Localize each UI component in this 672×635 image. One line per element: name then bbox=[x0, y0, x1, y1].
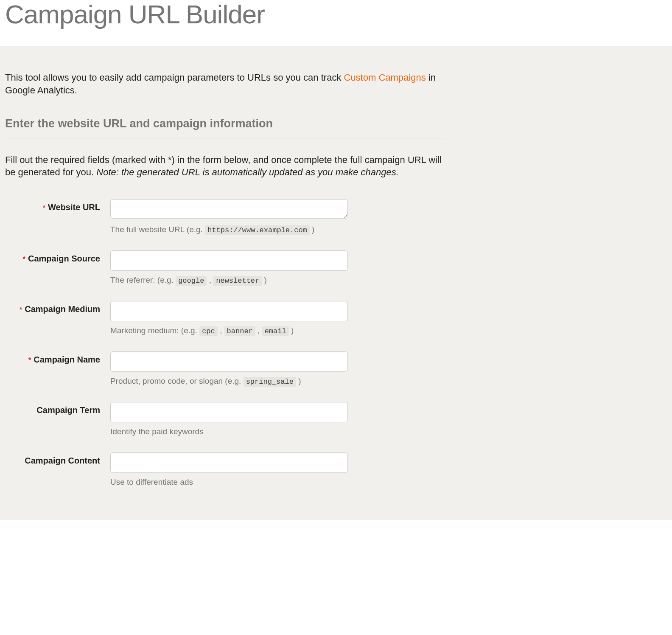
campaign-source-label: Campaign Source bbox=[28, 254, 100, 263]
form-row-campaign-content: Campaign Content Use to differentiate ad… bbox=[5, 452, 446, 488]
campaign-medium-help: Marketing medium: (e.g. cpc , banner , e… bbox=[110, 326, 348, 336]
campaign-name-help: Product, promo code, or slogan (e.g. spr… bbox=[110, 376, 348, 387]
form-row-campaign-term: Campaign Term Identify the paid keywords bbox=[5, 402, 446, 437]
help-text-after: ) bbox=[262, 275, 267, 284]
campaign-content-label: Campaign Content bbox=[25, 456, 100, 465]
required-asterisk: * bbox=[28, 357, 31, 364]
help-code: google bbox=[176, 276, 207, 286]
help-text-after: ) bbox=[296, 377, 301, 385]
campaign-medium-input[interactable] bbox=[110, 301, 348, 321]
website-url-label: Website URL bbox=[48, 202, 100, 212]
help-sep: , bbox=[255, 326, 262, 335]
help-code: spring_sale bbox=[244, 377, 296, 387]
form-row-campaign-medium: *Campaign Medium Marketing medium: (e.g.… bbox=[5, 301, 446, 336]
help-code: email bbox=[262, 326, 289, 336]
instructions-text: Fill out the required fields (marked wit… bbox=[5, 154, 446, 179]
required-asterisk: * bbox=[23, 256, 25, 263]
website-url-help: The full website URL (e.g. https://www.e… bbox=[110, 225, 348, 235]
help-code: newsletter bbox=[213, 276, 262, 286]
campaign-source-input[interactable] bbox=[110, 250, 348, 271]
form-row-website-url: *Website URL The full website URL (e.g. … bbox=[5, 199, 446, 235]
help-sep: , bbox=[207, 275, 213, 284]
website-url-input[interactable] bbox=[110, 199, 348, 219]
section-heading: Enter the website URL and campaign infor… bbox=[5, 117, 446, 138]
help-text-before: Product, promo code, or slogan (e.g. bbox=[110, 377, 244, 385]
help-code: https://www.example.com bbox=[205, 225, 310, 235]
custom-campaigns-link[interactable]: Custom Campaigns bbox=[344, 72, 426, 83]
campaign-name-label: Campaign Name bbox=[34, 355, 100, 364]
required-asterisk: * bbox=[43, 204, 45, 211]
campaign-content-help: Use to differentiate ads bbox=[110, 477, 348, 488]
intro-before-link: This tool allows you to easily add campa… bbox=[5, 72, 344, 83]
form-row-campaign-name: *Campaign Name Product, promo code, or s… bbox=[5, 351, 446, 387]
form-row-campaign-source: *Campaign Source The referrer: (e.g. goo… bbox=[5, 250, 446, 286]
help-code: banner bbox=[224, 326, 255, 336]
help-sep: , bbox=[218, 326, 224, 335]
help-text-after: ) bbox=[310, 225, 315, 234]
help-text-before: The full website URL (e.g. bbox=[110, 225, 205, 234]
campaign-term-input[interactable] bbox=[110, 402, 348, 422]
instructions-note: Note: the generated URL is automatically… bbox=[96, 167, 399, 177]
campaign-name-input[interactable] bbox=[110, 351, 348, 372]
help-text-after: ) bbox=[289, 326, 294, 335]
campaign-term-help: Identify the paid keywords bbox=[110, 427, 348, 437]
required-asterisk: * bbox=[20, 306, 22, 313]
campaign-content-input[interactable] bbox=[110, 452, 348, 473]
help-text-before: The referrer: (e.g. bbox=[110, 275, 176, 284]
intro-text: This tool allows you to easily add campa… bbox=[5, 71, 446, 96]
campaign-source-help: The referrer: (e.g. google , newsletter … bbox=[110, 275, 348, 286]
campaign-medium-label: Campaign Medium bbox=[25, 304, 100, 314]
page-title: Campaign URL Builder bbox=[5, 0, 667, 29]
help-code: cpc bbox=[199, 326, 218, 336]
campaign-term-label: Campaign Term bbox=[36, 405, 100, 415]
help-text-before: Marketing medium: (e.g. bbox=[110, 326, 199, 335]
